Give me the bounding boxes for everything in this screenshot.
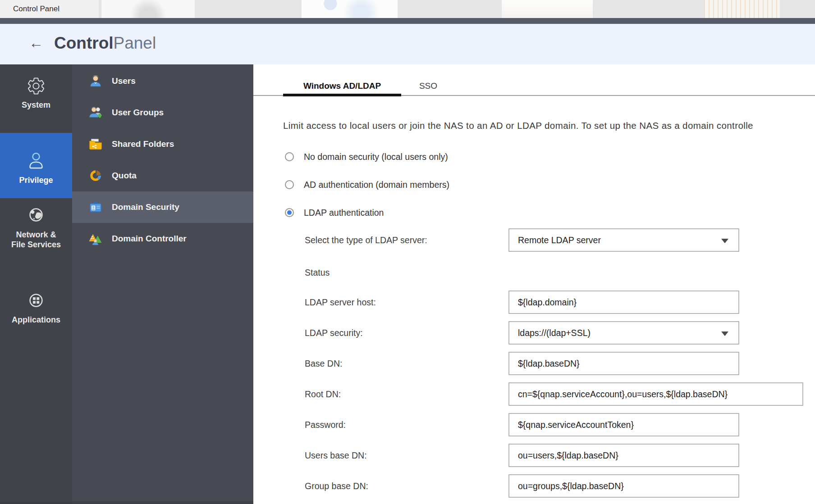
field-row-root-dn: Root DN: cn=${qnap.serviceAccount},ou=us… <box>305 382 810 413</box>
desktop-top-strip: Control Panel <box>0 0 815 18</box>
globe-icon <box>26 204 46 225</box>
radio-icon[interactable] <box>285 152 294 161</box>
status-row: Status <box>305 261 330 284</box>
ldap-server-host-value: ${ldap.domain} <box>518 297 577 308</box>
quota-icon <box>88 168 103 183</box>
password-label: Password: <box>305 413 508 436</box>
submenu-item-domain-security[interactable]: Domain Security <box>72 191 253 223</box>
window-top-bar <box>0 18 815 24</box>
ldap-security-value: ldaps://(ldap+SSL) <box>518 328 591 338</box>
field-row-users-base-dn: Users base DN: ou=users,${ldap.baseDN} <box>305 444 810 474</box>
chevron-down-icon <box>721 331 728 336</box>
sidebar-item-label: Applications <box>12 315 60 325</box>
page-title: ControlPanel <box>54 34 156 53</box>
ldap-security-label: LDAP security: <box>305 321 508 345</box>
ldap-server-type-label: Select the type of LDAP server: <box>305 235 508 245</box>
ldap-server-host-label: LDAP server host: <box>305 291 508 314</box>
app-header: ← ControlPanel <box>0 24 815 64</box>
root-dn-input[interactable]: cn=${qnap.serviceAccount},ou=users,${lda… <box>508 382 803 406</box>
sidebar-item-label: Network & File Services <box>11 230 61 250</box>
background-app-thumbnail <box>704 0 780 18</box>
ldap-security-select[interactable]: ldaps://(ldap+SSL) <box>508 321 739 345</box>
field-row-base-dn: Base DN: ${ldap.baseDN} <box>305 352 810 382</box>
submenu-sidebar: Users User Groups Shared Folders Quota D… <box>72 64 253 504</box>
ldap-server-type-value: Remote LDAP server <box>518 235 601 245</box>
tab-sso[interactable]: SSO <box>410 79 446 93</box>
status-label: Status <box>305 268 330 278</box>
submenu-item-label: User Groups <box>112 108 164 118</box>
domain-controller-icon <box>88 232 103 246</box>
sidebar-item-label: Privilege <box>19 175 53 185</box>
submenu-item-label: Quota <box>112 171 137 181</box>
page-title-light: Panel <box>114 34 156 52</box>
user-groups-icon <box>88 105 103 120</box>
radio-ldap-authentication[interactable]: LDAP authentication <box>285 199 449 227</box>
base-dn-input[interactable]: ${ldap.baseDN} <box>508 352 739 375</box>
sidebar-item-privilege[interactable]: Privilege <box>0 133 72 198</box>
sidebar-item-applications[interactable]: Applications <box>0 269 72 350</box>
submenu-item-domain-controller[interactable]: Domain Controller <box>72 223 253 254</box>
users-base-dn-value: ou=users,${ldap.baseDN} <box>518 450 618 461</box>
base-dn-label: Base DN: <box>305 352 508 375</box>
password-input[interactable]: ${qnap.serviceAccountToken} <box>508 413 739 436</box>
root-dn-value: cn=${qnap.serviceAccount},ou=users,${lda… <box>518 389 728 400</box>
sidebar-item-system[interactable]: System <box>0 64 72 133</box>
field-row-group-base-dn: Group base DN: ou=groups,${ldap.baseDN} <box>305 474 810 504</box>
gear-icon <box>26 76 46 96</box>
submenu-item-label: Shared Folders <box>112 139 174 149</box>
ldap-form-fields: LDAP server host: ${ldap.domain} LDAP se… <box>305 291 810 504</box>
ldap-server-type-row: Select the type of LDAP server: Remote L… <box>305 228 810 252</box>
submenu-item-label: Domain Controller <box>112 234 187 244</box>
field-row-password: Password: ${qnap.serviceAccountToken} <box>305 413 810 444</box>
page-title-bold: Control <box>54 34 114 52</box>
radio-no-domain-security-local-users-only[interactable]: No domain security (local users only) <box>285 143 449 171</box>
radio-icon[interactable] <box>285 180 294 189</box>
field-row-ldap-security: LDAP security: ldaps://(ldap+SSL) <box>305 321 810 352</box>
main-area: System Privilege Network & File Services… <box>0 64 815 504</box>
submenu-item-quota[interactable]: Quota <box>72 160 253 191</box>
category-sidebar: System Privilege Network & File Services… <box>0 64 72 504</box>
apps-icon <box>26 290 46 311</box>
tab-windows-ad-ldap[interactable]: Windows AD/LDAP <box>283 79 401 93</box>
base-dn-value: ${ldap.baseDN} <box>518 359 580 369</box>
root-dn-label: Root DN: <box>305 382 508 406</box>
users-icon <box>88 74 103 88</box>
submenu-item-users[interactable]: Users <box>72 65 253 97</box>
background-app-thumbnail <box>302 0 398 18</box>
sidebar-item-label: System <box>22 100 50 110</box>
background-app-thumbnail <box>101 0 195 18</box>
submenu-item-label: Domain Security <box>112 202 179 212</box>
sidebar-item-network-file-services[interactable]: Network & File Services <box>0 198 72 269</box>
user-icon <box>26 150 46 171</box>
group-base-dn-value: ou=groups,${ldap.baseDN} <box>518 481 624 491</box>
content-panel: Windows AD/LDAP SSO Limit access to loca… <box>253 64 815 504</box>
radio-ad-authentication-domain-members[interactable]: AD authentication (domain members) <box>285 171 449 199</box>
submenu-item-user-groups[interactable]: User Groups <box>72 97 253 128</box>
domain-security-radio-group: No domain security (local users only) AD… <box>285 143 449 227</box>
chevron-down-icon <box>721 239 728 243</box>
group-base-dn-label: Group base DN: <box>305 474 508 498</box>
domain-security-icon <box>88 200 103 214</box>
users-base-dn-input[interactable]: ou=users,${ldap.baseDN} <box>508 444 739 467</box>
active-tab-underline <box>283 94 401 96</box>
ldap-server-host-input[interactable]: ${ldap.domain} <box>508 291 739 314</box>
password-value: ${qnap.serviceAccountToken} <box>518 420 634 430</box>
group-base-dn-input[interactable]: ou=groups,${ldap.baseDN} <box>508 474 739 498</box>
users-base-dn-label: Users base DN: <box>305 444 508 467</box>
background-app-thumbnail <box>502 0 593 18</box>
taskbar-tab-control-panel[interactable]: Control Panel <box>0 0 99 18</box>
submenu-item-label: Users <box>112 76 136 86</box>
shared-folders-icon <box>88 137 103 151</box>
back-arrow-icon[interactable]: ← <box>29 35 43 51</box>
ldap-server-type-select[interactable]: Remote LDAP server <box>508 228 739 252</box>
description-text: Limit access to local users or join the … <box>283 120 753 131</box>
sidebar-bottom-edge <box>0 501 253 504</box>
radio-icon[interactable] <box>285 208 294 217</box>
field-row-ldap-server-host: LDAP server host: ${ldap.domain} <box>305 291 810 321</box>
submenu-item-shared-folders[interactable]: Shared Folders <box>72 128 253 160</box>
